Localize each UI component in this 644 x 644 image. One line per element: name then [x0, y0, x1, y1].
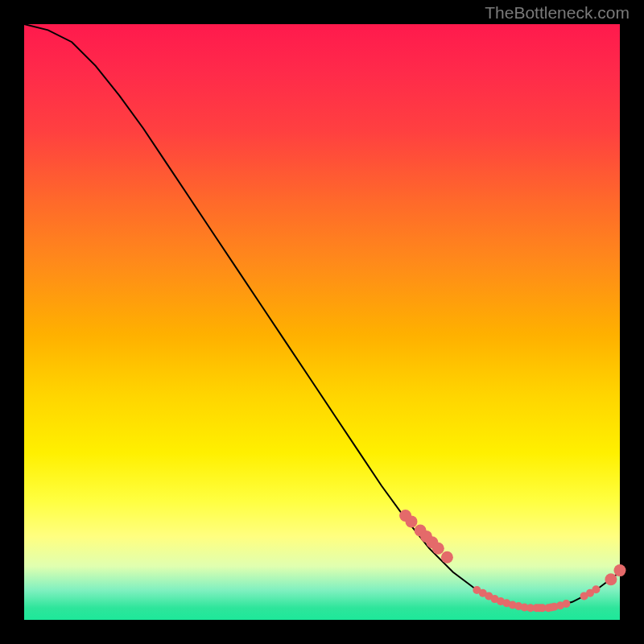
data-point: [562, 600, 570, 608]
chart-container: TheBottleneck.com: [0, 0, 644, 644]
data-point: [614, 564, 626, 576]
watermark-text: TheBottleneck.com: [485, 3, 630, 23]
data-point: [406, 515, 418, 527]
chart-svg: [24, 24, 620, 620]
data-point: [432, 543, 444, 555]
bottleneck-curve: [24, 24, 620, 608]
data-point: [441, 551, 453, 564]
data-points-small: [473, 585, 600, 612]
data-point: [592, 585, 600, 593]
plot-area: [24, 24, 620, 620]
data-points-large: [399, 510, 625, 585]
data-point: [605, 573, 617, 585]
